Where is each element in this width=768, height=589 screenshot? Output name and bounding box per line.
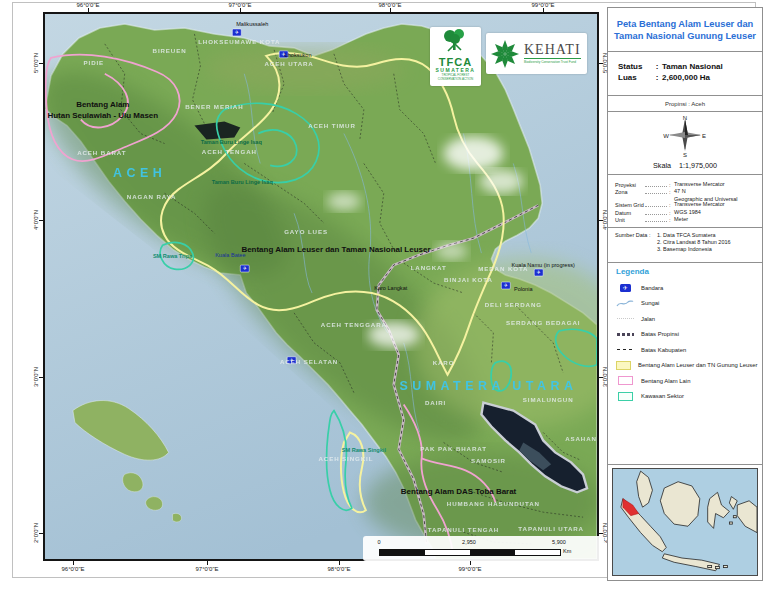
- region-label: PIDIE: [84, 59, 105, 66]
- airport-icon: ✈: [534, 269, 543, 276]
- region-label: ACEH TENGGARA: [321, 321, 387, 328]
- airport-legend-icon: ✈: [616, 284, 634, 292]
- region-label: SIMALUNGUN: [523, 396, 574, 403]
- compass-s: S: [683, 152, 687, 158]
- projection-value: Transverse Mercator: [674, 182, 755, 188]
- tfca-tree-icon: [430, 27, 481, 53]
- map-title-line2: Taman Nasional Gunung Leuser: [614, 30, 756, 42]
- legend-item: Bentang Alam Leuser dan TN Gunung Leuser: [616, 358, 754, 374]
- data-source-label: Sumber Data :: [615, 232, 657, 258]
- compass-n: N: [683, 115, 687, 121]
- place-label: Polonia: [514, 286, 533, 292]
- region-label: BENER MERIAH: [185, 103, 243, 110]
- map-title-line1: Peta Bentang Alam Leuser dan: [614, 18, 756, 30]
- airport-icon: ✈: [501, 282, 510, 289]
- legend-item: Kawasan Sektor: [616, 389, 754, 405]
- x-tick-label: 96°0'0"E: [61, 566, 84, 572]
- region-label: ASAHAN: [565, 435, 597, 442]
- conservation-label: Taman Buru Linge Isaq: [212, 179, 274, 185]
- x-tick-label: 99°0'0"E: [458, 566, 481, 572]
- compass-e: E: [702, 133, 706, 139]
- legend-item-label: Jalan: [641, 316, 655, 322]
- place-label: Kuala Namu (in progress): [511, 262, 575, 268]
- tfca-acronym: TFCA: [430, 57, 481, 67]
- region-label: BIREUEN: [153, 47, 187, 54]
- projection-value: Meter: [674, 217, 755, 223]
- river-legend-icon: [616, 298, 634, 308]
- place-label: Karo Langkat: [374, 285, 408, 291]
- conservation-label: SM Rawa Tripa: [153, 253, 193, 259]
- place-label: Lhoksukon: [285, 52, 312, 58]
- map-layout-sheet: 96°0'0"E 97°0'0"E 98°0'0"E 99°0'0"E 96°0…: [0, 0, 768, 589]
- tick: [73, 561, 74, 565]
- legend-item-label: Kawasan Sektor: [641, 393, 684, 399]
- legend-item: Jalan: [616, 311, 754, 327]
- scale-segment: [515, 550, 560, 555]
- projection-row: Unit:Meter: [615, 217, 755, 223]
- scale-text: Skala1:1,975,000: [608, 161, 762, 170]
- landscape-label: Bentang Alam DAS Toba Barat: [401, 487, 517, 496]
- tfca-logo: TFCA SUMATERA TROPICAL FOREST CONSERVATI…: [430, 27, 481, 86]
- inset-map-svg: [613, 469, 757, 575]
- region-label: ACEH BARAT: [77, 149, 126, 156]
- legend-item-label: Batas Propinsi: [641, 331, 679, 337]
- landscape-label: Hutan Seulawiah - Ulu Masen: [47, 111, 158, 120]
- area-label: Luas: [618, 73, 652, 82]
- legend-item: Batas Propinsi: [616, 327, 754, 343]
- svg-text:✈: ✈: [235, 29, 239, 35]
- info-panel: Peta Bentang Alam Leuser dan Taman Nasio…: [607, 7, 763, 581]
- scale-label-mid: 2,950: [462, 539, 476, 545]
- tick: [207, 561, 208, 565]
- tfca-tagline: TROPICAL FOREST CONSERVATION ACTION: [430, 73, 481, 81]
- region-label: TAPANULI UTARA: [518, 525, 584, 532]
- inset-map-section: [608, 465, 762, 580]
- region-label: PAK PAK BHARAT: [420, 445, 487, 452]
- scale-segment: [425, 550, 470, 555]
- map-svg: ✈ ✈ ✈ ✈ ✈ ✈ PIDIE BIREUEN LHOKSEUMAWE KO…: [45, 14, 597, 559]
- region-label: ACEH SINGKIL: [318, 455, 373, 462]
- status-label: Status: [618, 62, 652, 71]
- data-source-item: 2. Citra Landsat 8 Tahun 2016: [657, 239, 731, 246]
- road-legend-icon: [616, 318, 634, 319]
- tick: [470, 561, 471, 565]
- legend-item-label: Sungai: [641, 300, 659, 306]
- region-label: LHOKSEUMAWE KOTA: [198, 38, 280, 45]
- projection-label: Datum: [615, 210, 645, 216]
- data-source-items: 1. Data TFCA Sumatera 2. Citra Landsat 8…: [657, 232, 731, 258]
- landscape-label: Bentang Alam: [76, 100, 129, 109]
- data-source-item: 1. Data TFCA Sumatera: [657, 232, 731, 239]
- legend-item-label: Bentang Alam Leuser dan TN Gunung Leuser: [638, 362, 757, 368]
- legend-item-label: Bentang Alam Lain: [641, 378, 690, 384]
- projection-value: WGS 1984: [674, 210, 755, 216]
- scale-label-end: 5,900: [552, 539, 566, 545]
- region-label: SERDANG BEDAGAI: [506, 319, 580, 326]
- sector-area-legend-swatch: [616, 392, 634, 401]
- leader-dots: [645, 214, 667, 215]
- projection-row: Proyeksi:Transverse Mercator: [615, 182, 755, 188]
- projection-label: Sistem Grid: [615, 202, 645, 208]
- scale-segment: [380, 550, 425, 555]
- legend-item-label: Batas Kabupaten: [641, 347, 686, 353]
- projection-row: Sistem Grid:Geographic and Universal Tra…: [615, 197, 755, 209]
- leuser-area-legend-swatch: [616, 361, 631, 370]
- region-label: ACEH TENGAH: [202, 148, 257, 155]
- svg-text:✈: ✈: [504, 282, 508, 288]
- status-block: Status : Taman Nasional Luas : 2,600,000…: [608, 52, 762, 95]
- region-label: NAGAN RAYA: [127, 193, 177, 200]
- region-label: SAMOSIR: [471, 457, 506, 464]
- region-label: DAIRI: [425, 399, 446, 406]
- region-label: BINJAI KOTA: [444, 276, 493, 283]
- legend-item: Bentang Alam Lain: [616, 373, 754, 389]
- area-value: 2,600,000 Ha: [662, 73, 752, 82]
- region-label: ACEH TIMUR: [308, 122, 356, 129]
- compass-rose-icon: N E S W: [662, 115, 708, 157]
- tick: [599, 63, 603, 64]
- projection-value: Geographic and Universal Transverse Merc…: [674, 197, 755, 209]
- place-label: Malikussaleh: [236, 21, 268, 27]
- leader-dots: [645, 221, 667, 222]
- leader-dots: [645, 193, 667, 194]
- data-source-block: Sumber Data : 1. Data TFCA Sumatera 2. C…: [608, 228, 762, 262]
- projection-label: Zona: [615, 189, 645, 195]
- legend-block: Legenda ✈ Bandara Sungai Jalan Batas Pro…: [608, 263, 762, 464]
- legend-item: Sungai: [616, 296, 754, 312]
